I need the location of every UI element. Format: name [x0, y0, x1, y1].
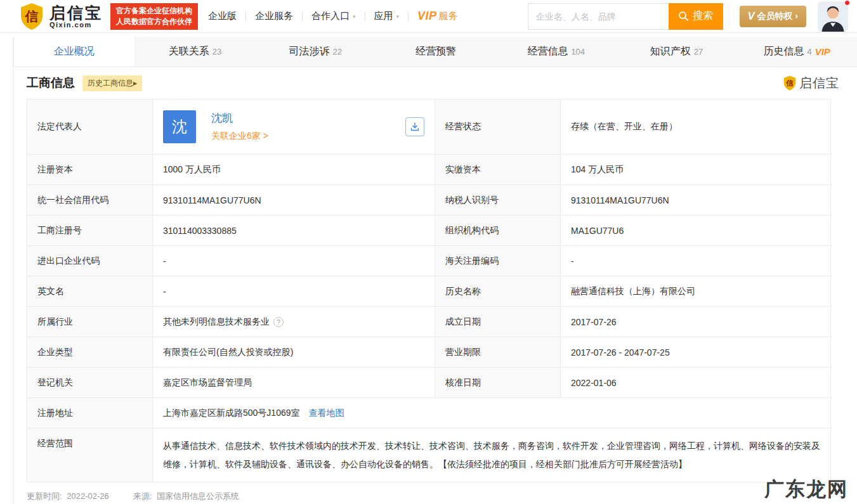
nav-cooperation-entry[interactable]: 合作入口 ▾: [311, 10, 356, 22]
member-v-icon: V: [748, 11, 755, 22]
qixin-shield-icon: 信: [19, 3, 44, 30]
section-header: 工商信息 历史工商信息▸ 信 启信宝: [13, 67, 857, 99]
table-row: 工商注册号 310114003330885 组织机构代码 MA1GU77U6: [27, 215, 830, 245]
vip-logo: VIP: [417, 10, 437, 23]
view-map-link[interactable]: 查看地图: [309, 408, 344, 419]
field-value: 2017-07-26: [560, 307, 830, 337]
nav-vip-service[interactable]: VIP 服务: [417, 10, 458, 23]
field-label: 核准日期: [435, 368, 560, 397]
tab-count: 27: [694, 47, 703, 56]
table-row: 统一社会信用代码 91310114MA1GU77U6N 纳税人识别号 91310…: [27, 184, 830, 215]
svg-text:信: 信: [25, 9, 39, 23]
field-label: 历史名称: [435, 276, 560, 306]
vip-badge: VIP: [815, 46, 830, 57]
site-watermark: 广东龙网: [764, 476, 848, 503]
tab-count: 22: [333, 47, 342, 56]
source-value: 国家信用信息公示系统: [157, 491, 239, 501]
chevron-down-icon: ▾: [353, 13, 356, 20]
field-label: 进出口企业代码: [27, 246, 152, 276]
tab-count: 4: [807, 47, 811, 56]
tab-operation-info[interactable]: 经营信息 104: [496, 37, 617, 67]
nav-enterprise-edition[interactable]: 企业版: [208, 10, 237, 22]
field-value: 1000 万人民币: [152, 155, 435, 184]
tab-count: 23: [213, 47, 221, 56]
member-privilege-button[interactable]: V 会员特权 ›: [740, 6, 806, 27]
field-label: 法定代表人: [27, 100, 152, 154]
page-title: 工商信息: [27, 75, 75, 91]
qixin-logo[interactable]: 信 启信宝 Qixin.com: [19, 3, 103, 30]
tab-related-relations[interactable]: 关联关系 23: [135, 37, 256, 67]
field-value: 上海市嘉定区新成路500号J1069室: [163, 408, 300, 419]
field-value: 有限责任公司(自然人投资或控股): [152, 337, 435, 367]
business-info-table: 法定代表人 沈 沈凯 关联企业6家 > 经营状态 存续（在营、开业、在册） 注册…: [27, 99, 831, 482]
table-row: 法定代表人 沈 沈凯 关联企业6家 > 经营状态 存续（在营、开业、在册）: [27, 100, 830, 154]
caret-right-icon: ▸: [133, 79, 137, 87]
field-label: 营业期限: [435, 337, 560, 367]
chevron-down-icon: ▾: [396, 13, 400, 20]
updated-label: 更新时间:: [27, 491, 62, 501]
brand-watermark: 信 启信宝: [783, 75, 839, 92]
nav-apps[interactable]: 应用 ▾: [374, 10, 400, 22]
download-icon: [410, 122, 419, 131]
field-label: 注册资本: [27, 155, 152, 184]
field-label: 统一社会信用代码: [27, 185, 152, 215]
nav-divider: [408, 12, 409, 21]
history-info-badge[interactable]: 历史工商信息▸: [82, 75, 142, 91]
certification-badge: 官方备案企业征信机构 人民数据官方合作伙伴: [110, 3, 198, 30]
svg-text:信: 信: [785, 79, 794, 87]
field-label: 实缴资本: [435, 155, 560, 184]
nav-divider: [365, 12, 365, 21]
updated-value: 2022-02-26: [67, 491, 109, 501]
certification-line2: 人民数据官方合作伙伴: [116, 16, 192, 27]
tab-judicial-litigation[interactable]: 司法涉诉 22: [255, 37, 376, 67]
page-content: 企业概况 关联关系 23 司法涉诉 22 经营预警 经营信息 104 知识产权 …: [13, 37, 857, 504]
search-input[interactable]: [528, 3, 669, 30]
table-row: 登记机关 嘉定区市场监督管理局 核准日期 2022-01-06: [27, 367, 830, 397]
logo-domain: Qixin.com: [49, 21, 103, 29]
help-icon[interactable]: ?: [273, 317, 284, 327]
legal-rep-name-link[interactable]: 沈凯: [211, 112, 268, 126]
field-label: 所属行业: [27, 307, 152, 337]
field-value: 310114003330885: [152, 216, 435, 245]
table-row: 企业类型 有限责任公司(自然人投资或控股) 营业期限 2017-07-26 - …: [27, 337, 830, 367]
related-companies-link[interactable]: 关联企业6家 >: [211, 131, 268, 142]
tab-history-info[interactable]: 历史信息 4 VIP: [736, 37, 857, 67]
field-label: 成立日期: [435, 307, 560, 337]
field-label: 经营范围: [27, 429, 152, 482]
field-label: 海关注册编码: [435, 246, 560, 276]
nav-enterprise-services[interactable]: 企业服务: [255, 10, 293, 22]
avatar-illustration: [818, 1, 848, 32]
main-nav: 企业版 企业服务 合作入口 ▾ 应用 ▾ VIP 服务: [208, 10, 458, 23]
field-value: -: [560, 246, 830, 276]
field-value: 2022-01-06: [560, 368, 830, 397]
nav-divider: [302, 12, 303, 21]
legal-rep-avatar[interactable]: 沈: [163, 110, 196, 143]
field-value: 存续（在营、开业、在册）: [560, 100, 830, 154]
field-value: 融营通信科技（上海）有限公司: [560, 276, 830, 306]
search-button[interactable]: 搜索: [669, 3, 723, 30]
table-footer: 更新时间: 2022-02-26 来源: 国家信用信息公示系统: [13, 482, 857, 502]
field-label: 英文名: [27, 276, 152, 306]
field-value: 从事通信技术、信息技术、软件技术领域内的技术开发、技术转让、技术咨询、技术服务，…: [152, 429, 830, 482]
tab-intellectual-property[interactable]: 知识产权 27: [617, 37, 737, 67]
tab-company-overview[interactable]: 企业概况: [13, 37, 135, 67]
user-avatar[interactable]: [818, 1, 848, 32]
download-report-button[interactable]: [405, 117, 424, 136]
field-value: 104 万人民币: [560, 155, 830, 184]
field-label: 登记机关: [27, 368, 152, 397]
legal-rep-cell: 沈 沈凯 关联企业6家 >: [152, 100, 435, 154]
table-row: 进出口企业代码 - 海关注册编码 -: [27, 245, 830, 276]
company-tabs: 企业概况 关联关系 23 司法涉诉 22 经营预警 经营信息 104 知识产权 …: [13, 37, 857, 67]
top-navbar: 信 启信宝 Qixin.com 官方备案企业征信机构 人民数据官方合作伙伴 企业…: [0, 0, 857, 33]
address-cell: 上海市嘉定区新成路500号J1069室 查看地图: [152, 398, 830, 428]
logo-name: 启信宝: [49, 4, 103, 21]
tab-operation-warning[interactable]: 经营预警: [376, 37, 496, 67]
field-label: 企业类型: [27, 337, 152, 367]
search-icon: [678, 11, 689, 22]
table-row: 注册地址 上海市嘉定区新成路500号J1069室 查看地图: [27, 397, 830, 428]
field-label: 工商注册号: [27, 216, 152, 245]
table-row: 英文名 - 历史名称 融营通信科技（上海）有限公司: [27, 276, 830, 306]
search-box: 搜索: [528, 3, 723, 30]
certification-line1: 官方备案企业征信机构: [116, 6, 192, 16]
table-row: 注册资本 1000 万人民币 实缴资本 104 万人民币: [27, 154, 830, 184]
